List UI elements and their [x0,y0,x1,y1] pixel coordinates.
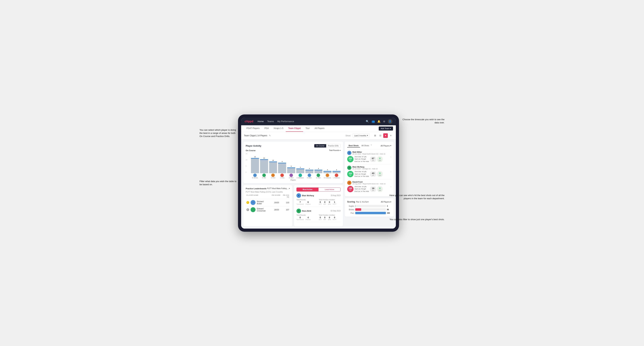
shot-player-info-2: D David Ford 24 Aug 2023 · Royal North D… [347,181,389,193]
scoring-category-dropdown[interactable]: Par 3, 4 & 5s ▾ [356,201,369,203]
bar-chart: 15 10 5 0 1312109543322 BB. McHargRR. Br… [246,153,340,181]
scoring-header: Scoring Par 3, 4 & 5s ▾ All Players ▾ [347,201,391,203]
most-active-tab[interactable]: Most Active [296,188,318,191]
sub-nav-pgat[interactable]: PGAT Players [244,125,262,132]
scoring-bar-0 [355,205,356,207]
users-icon[interactable]: 👥 [372,120,375,123]
bar-label-5: OO. Billingham [296,173,304,178]
bar-label-0: BB. McHarg [251,173,259,178]
scoring-card: Scoring Par 3, 4 & 5s ▾ All Players ▾ Ea… [345,198,394,217]
tablet-screen: clippd Home Teams My Performance 🔍 👥 🔔 ⊕… [241,118,396,229]
scoring-label-2: Pars [347,212,354,214]
nav-link-my-performance[interactable]: My Performance [278,120,294,123]
shot-row-1[interactable]: B Blair McHarg 23 Jul 2023 · Ashridge GC… [347,164,391,179]
heart-view[interactable]: ♥ [383,133,388,138]
add-team-button[interactable]: Add Team ▾ [379,127,393,131]
chart-section-title: On Course [246,149,256,152]
show-label: Show: [346,135,351,137]
lb-row-0[interactable]: 1RRichard Butler19/20110 [246,199,290,206]
bar-group-3: 9 [278,161,286,173]
scoring-label-1: Birdies [347,209,354,211]
on-course-toggle[interactable]: On Course [314,144,326,148]
bar-group-1: 12 [260,157,268,173]
leaderboard-header: Practice Leaderboards PUTT Must Make Put… [246,187,290,190]
best-shots-card: Best Shots All Shots ▾ All Players ▾ [345,142,394,197]
grid-2-view[interactable]: ⊟ [378,133,382,138]
avatar[interactable]: 👤 [388,119,392,124]
bar-group-9: 2 [332,169,340,173]
leaderboard-rows: 1RRichard Butler19/201102EEdward Crossma… [246,199,290,213]
bar-label-7: MM. Miller [314,173,322,178]
shot-player-info-1: B Blair McHarg 23 Jul 2023 · Ashridge GC… [347,166,389,178]
time-period-dropdown[interactable]: Last 3 months ▾ [352,134,370,137]
leaderboard-dropdown[interactable]: PUTT Must Make Putting ... ▾ [267,187,290,189]
scoring-count-0: 3 [387,205,391,207]
all-players-dropdown[interactable]: All Players ▾ [380,145,391,147]
bar-label-3: JJ. Coles [278,173,286,178]
nav-link-teams[interactable]: Teams [267,120,274,123]
bar-group-7: 3 [314,168,322,173]
shot-end-2: 0 yds [377,186,382,192]
shot-row-2[interactable]: D David Ford 24 Aug 2023 · Royal North D… [347,179,391,194]
shot-chevron-0: › [390,155,391,158]
player-activity-header: Player Activity On Course Practice Drill… [246,144,340,148]
activity-tabs: Most Active Least Active [296,187,340,191]
annotation-bottom-left: Filter what data you wish the table to b… [200,180,238,186]
bar-label-4: EE. Ebert [287,173,295,178]
bar-label-6: RR. Butler [306,173,314,178]
bar-label-1: RR. Britt [260,173,268,178]
scoring-bar-wrap-0 [355,205,386,207]
practice-drills-toggle[interactable]: Practice Drills [326,144,340,148]
grid-4-view[interactable]: ⊞ [373,133,377,138]
shot-dist-1: 43 yds [370,171,376,177]
shot-badge-0: 200 SG [347,156,354,162]
nav-right: 🔍 👥 🔔 ⊕ 👤 [366,119,392,124]
activity-players: B Blair McHarg 26 Aug 2023 Total Rounds … [296,193,340,222]
annotation-top-left: You can select which player is doing the… [200,128,238,138]
shot-row-0[interactable]: M Matt Miller 09 Jun 2023 · Royal North … [347,149,391,164]
top-nav: clippd Home Teams My Performance 🔍 👥 🔔 ⊕… [241,118,396,125]
list-view[interactable]: ≡ [388,133,393,138]
shot-dist-2: 16 yds [370,186,376,192]
chart-dropdown[interactable]: Total Rounds ▾ [329,149,340,151]
shot-rows: M Matt Miller 09 Jun 2023 · Royal North … [347,149,391,194]
search-icon[interactable]: 🔍 [366,120,369,123]
shot-end-1: 0 yds [377,171,382,177]
sub-nav-right: Add Team ▾ [379,127,393,131]
best-shots-tab[interactable]: Best Shots [347,144,360,148]
activity-player-1: R Rees Britt 02 Sep 2023 Total Rounds 8 … [296,209,340,222]
annotation-bottom-right-1: Here you can see who's hit the best shot… [385,194,444,200]
team-title: Team Clippd | 14 Players [244,134,267,137]
scoring-bar-2 [355,212,386,214]
bar-group-0: 13 [251,156,259,173]
shot-player-info-0: M Matt Miller 09 Jun 2023 · Royal North … [347,151,389,163]
all-shots-tab[interactable]: All Shots [360,144,370,148]
nav-link-home[interactable]: Home [258,120,264,123]
shot-badge-2: 198 SG [347,186,354,192]
bell-icon[interactable]: 🔔 [377,120,380,123]
bar-label-8: EE. Crossman [324,173,332,178]
scoring-count-1: 96 [387,209,391,211]
sub-nav-team-clippd[interactable]: Team Clippd [286,125,303,132]
sub-nav-hcaps[interactable]: Hcaps 1-5 [271,125,286,132]
scoring-row-1: Birdies 96 [347,208,391,211]
scoring-row-2: Pars 499 [347,212,391,214]
nav-logo: clippd [245,120,254,123]
sub-nav-all-players[interactable]: All Players [312,125,327,132]
least-active-tab[interactable]: Least Active [318,188,340,191]
plus-circle-icon[interactable]: ⊕ [383,120,385,123]
annotation-bottom-right-2: You can also filter to show just one pla… [390,218,444,221]
view-icons: ⊞ ⊟ ♥ ≡ [373,133,393,138]
edit-icon[interactable]: ✎ [269,134,271,137]
scoring-bar-wrap-2 [355,212,386,214]
bar-group-4: 5 [287,166,295,173]
activity-player-0: B Blair McHarg 26 Aug 2023 Total Rounds … [296,193,340,207]
lb-row-1[interactable]: 2EEdward Crossman18/20107 [246,206,290,213]
scoring-label-0: Eagles [347,205,354,207]
scoring-player-dropdown[interactable]: All Players ▾ [381,201,391,203]
best-shots-header: Best Shots All Shots ▾ All Players ▾ [347,144,391,148]
sub-nav-pga[interactable]: PGA [262,125,271,132]
scoring-count-2: 499 [387,212,391,214]
sub-nav-tour[interactable]: Tour [303,125,312,132]
leaderboard-sub: PUTT Must Make Putting (3-6 ft), Last 3 … [246,191,290,193]
